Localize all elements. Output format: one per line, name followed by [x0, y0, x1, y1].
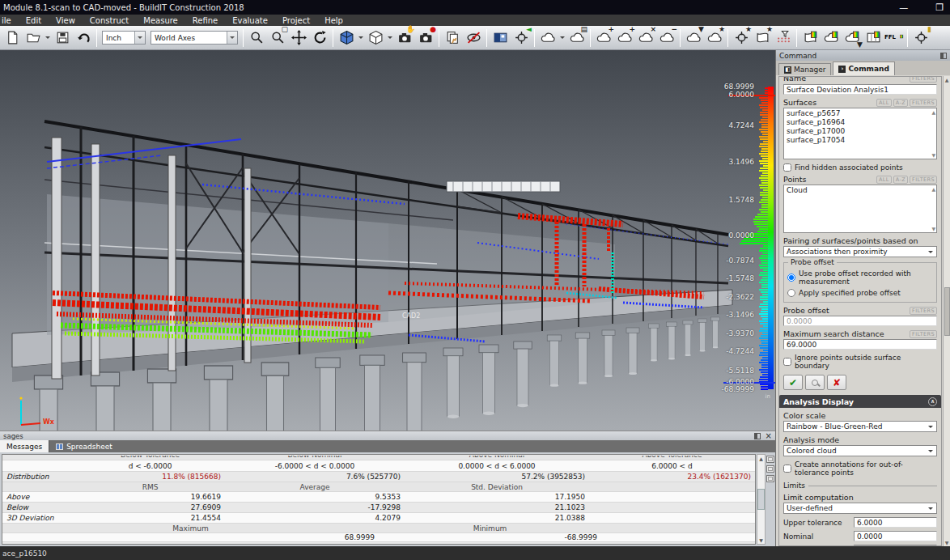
- colormap-surface-button[interactable]: [799, 28, 821, 49]
- menu-file[interactable]: ile: [0, 16, 19, 25]
- analysis-name-input[interactable]: Surface Deviation Analysis1: [783, 84, 937, 95]
- unit-select-arrow[interactable]: [134, 32, 145, 44]
- record-button[interactable]: ●: [415, 28, 436, 49]
- scroll-down-icon[interactable]: ▼: [931, 152, 935, 158]
- split-view-button[interactable]: [490, 28, 511, 49]
- viewport-3d[interactable]: CAD2 Wx 68.99996.00004.72443.14961.57480…: [0, 50, 775, 431]
- scroll-up-icon[interactable]: ▲: [759, 456, 763, 461]
- points-az-button[interactable]: A-Z: [893, 176, 908, 184]
- display-mode-button[interactable]: [365, 28, 386, 49]
- cloud-edit-button[interactable]: ▤: [566, 28, 587, 49]
- close-icon[interactable]: ×: [766, 432, 772, 440]
- snapshot-button[interactable]: ✋: [394, 28, 415, 49]
- axes-select-arrow[interactable]: [227, 32, 237, 44]
- apply-button[interactable]: ✔: [783, 375, 803, 390]
- menu-edit[interactable]: Edit: [19, 16, 49, 25]
- set-ffl-button[interactable]: FFL: [884, 28, 905, 49]
- probe-specified-radio[interactable]: [787, 289, 795, 297]
- print-table-button[interactable]: [766, 475, 774, 482]
- limit-computation-combo[interactable]: User-defined: [783, 503, 937, 514]
- float-table-button[interactable]: [766, 456, 774, 463]
- new-file-button[interactable]: [2, 28, 23, 49]
- tab-messages[interactable]: Messages: [0, 440, 49, 452]
- surface-feature-button[interactable]: ★: [752, 28, 773, 49]
- preview-button[interactable]: [805, 375, 825, 390]
- cloud-remove-button[interactable]: −: [656, 28, 677, 49]
- menu-view[interactable]: View: [49, 16, 83, 25]
- scroll-up-icon[interactable]: ▲: [945, 77, 949, 83]
- scroll-down-icon[interactable]: ▼: [945, 540, 949, 545]
- surfaces-all-button[interactable]: ALL: [876, 99, 892, 107]
- menu-construct[interactable]: Construct: [83, 16, 136, 25]
- view-orientation-button[interactable]: [336, 28, 357, 49]
- probe-offset-filters-button[interactable]: FILTERS: [910, 307, 937, 315]
- points-all-button[interactable]: ALL: [876, 176, 892, 184]
- command-panel-titlebar[interactable]: Command: [776, 50, 950, 61]
- cancel-button[interactable]: ✘: [827, 375, 846, 390]
- save-button[interactable]: [52, 28, 73, 49]
- scroll-up-icon[interactable]: ▲: [931, 109, 935, 115]
- cloud-feature-button[interactable]: ★: [704, 28, 725, 49]
- surface-item[interactable]: surface_p16964: [787, 118, 934, 127]
- surface-item[interactable]: surface_p17054: [787, 136, 934, 145]
- find-hidden-checkbox[interactable]: [783, 163, 791, 172]
- view-orientation-dropdown[interactable]: [357, 28, 365, 48]
- analysis-mode-combo[interactable]: Colored cloud: [783, 445, 937, 456]
- name-filters-button[interactable]: FILTERS: [910, 77, 937, 83]
- cloud-add-button[interactable]: +: [593, 28, 614, 49]
- cloud-tools-dropdown[interactable]: [558, 28, 566, 48]
- table-scrollbar[interactable]: ▲ ▼: [757, 454, 766, 545]
- copy-view-button[interactable]: [442, 28, 463, 49]
- tab-command[interactable]: › Command: [833, 62, 894, 75]
- points-list[interactable]: Cloud ▲ ▼: [783, 185, 937, 233]
- probe-feature-button[interactable]: ★: [731, 28, 752, 49]
- spreadsheet-table[interactable]: Below Tolerance Below Nominal Above Nomi…: [2, 454, 756, 545]
- max-search-input[interactable]: 69.0000: [783, 339, 937, 350]
- menu-refine[interactable]: Refine: [185, 16, 225, 25]
- zoom-select-button[interactable]: ▢: [267, 28, 288, 49]
- pairing-combo[interactable]: Associations then proximity: [783, 246, 937, 257]
- tab-spreadsheet[interactable]: Spreadsheet: [49, 440, 119, 452]
- open-file-button[interactable]: [23, 28, 44, 49]
- rotate-button[interactable]: [309, 28, 330, 49]
- menu-project[interactable]: Project: [275, 16, 317, 25]
- probe-recorded-radio[interactable]: [787, 274, 795, 282]
- unit-select[interactable]: Inch: [102, 31, 146, 45]
- pan-button[interactable]: [288, 28, 309, 49]
- nominal-input[interactable]: 0.0000: [854, 531, 937, 541]
- display-mode-dropdown[interactable]: [386, 28, 394, 48]
- menu-measure[interactable]: Measure: [136, 16, 185, 25]
- pin-icon[interactable]: [754, 433, 761, 439]
- viewport-scene[interactable]: [0, 50, 775, 431]
- messages-panel-titlebar[interactable]: sages ×: [0, 431, 775, 440]
- annotations-checkbox[interactable]: [783, 465, 791, 473]
- upper-tolerance-input[interactable]: 6.0000: [854, 517, 937, 528]
- ignore-outside-checkbox[interactable]: [783, 358, 791, 366]
- command-panel-scrollbar[interactable]: ▲ ▼: [943, 76, 950, 546]
- scrollbar-thumb[interactable]: [757, 489, 765, 510]
- cloud-cut-button[interactable]: ×: [635, 28, 656, 49]
- locate-point-button[interactable]: ◄: [511, 28, 532, 49]
- points-filters-button[interactable]: FILTERS: [910, 176, 937, 184]
- surface-item[interactable]: surface_p17000: [787, 127, 934, 136]
- scroll-down-icon[interactable]: ▼: [759, 537, 763, 543]
- collapse-icon[interactable]: ∧: [928, 397, 937, 406]
- axes-select[interactable]: World Axes: [151, 31, 238, 45]
- menu-help[interactable]: Help: [317, 16, 350, 25]
- cloud-tools-button[interactable]: [537, 28, 558, 49]
- probe-offset-input[interactable]: 0.0000: [783, 316, 937, 326]
- color-scale-combo[interactable]: Rainbow - Blue-Green-Red: [783, 421, 937, 432]
- undo-button[interactable]: [73, 28, 94, 49]
- surfaces-list[interactable]: surface_p5657 surface_p16964 surface_p17…: [783, 108, 937, 159]
- scrollbar-thumb[interactable]: [944, 287, 950, 336]
- surfaces-filters-button[interactable]: FILTERS: [910, 99, 937, 107]
- analysis-display-header[interactable]: Analysis Display ∧: [779, 395, 941, 408]
- colormap-probe-button[interactable]: ▼: [842, 28, 863, 49]
- scan-grid-button[interactable]: [773, 28, 794, 49]
- menu-evaluate[interactable]: Evaluate: [225, 16, 275, 25]
- surfaces-az-button[interactable]: A-Z: [893, 99, 908, 107]
- max-search-filters-button[interactable]: FILTERS: [910, 330, 937, 338]
- cloud-filter-button[interactable]: ▼: [683, 28, 704, 49]
- maximize-button[interactable]: ❒: [935, 2, 944, 13]
- scroll-down-icon[interactable]: ▼: [931, 226, 935, 231]
